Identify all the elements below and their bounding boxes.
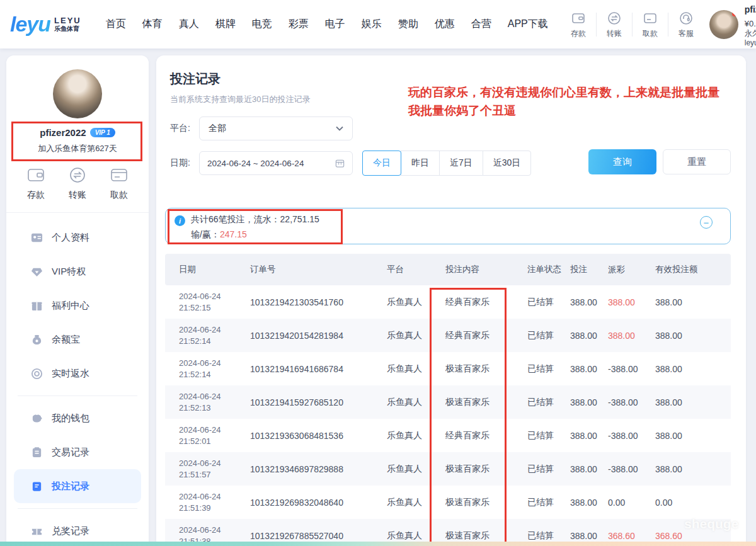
sidebar-quick-actions: 存款 转账 取款	[6, 154, 149, 213]
date-label: 日期:	[170, 157, 190, 169]
transfer-button[interactable]: 转账	[68, 167, 87, 201]
logo-en-text: LEYU	[54, 16, 81, 25]
sidebar-item-profile[interactable]: 个人资料	[6, 220, 149, 254]
nav-item-chess[interactable]: 棋牌	[207, 11, 244, 37]
money-pouch-icon	[30, 333, 43, 346]
reset-button[interactable]: 重置	[663, 149, 731, 174]
table-row: 2024-06-2421:52:13 1013219415927685120乐鱼…	[165, 385, 731, 419]
user-block: pfizer2022 VIP 1 ¥0.00 永久网址: leyu.com	[709, 1, 756, 48]
site-logo[interactable]: leyu LEYU 乐鱼体育	[10, 12, 81, 37]
bet-record-icon	[30, 480, 43, 492]
summary-winloss: 输/赢：247.15	[191, 229, 247, 241]
collapse-icon[interactable]: −	[700, 216, 713, 229]
table-row: 2024-06-2421:52:14 1013219420154281984乐鱼…	[165, 319, 731, 352]
winloss-value: 247.15	[220, 229, 247, 239]
gift-icon	[30, 299, 43, 312]
sidebar-item-yuebao[interactable]: 余额宝	[6, 322, 149, 356]
nav-item-esports[interactable]: 电竞	[244, 11, 280, 37]
vip-gem-icon	[30, 265, 43, 278]
balance: ¥0.00	[745, 19, 756, 29]
preset-30days-button[interactable]: 近30日	[483, 151, 532, 176]
nav-item-live[interactable]: 真人	[171, 11, 207, 37]
nav-item-app-download[interactable]: APP下载	[500, 11, 556, 37]
logo-cn-text: 乐鱼体育	[54, 26, 81, 32]
logo-script-text: leyu	[10, 12, 50, 37]
sidebar-item-vip[interactable]: VIP特权	[6, 254, 149, 288]
divider	[632, 13, 633, 37]
nav-item-lottery[interactable]: 彩票	[280, 11, 317, 37]
watermark: shequge	[684, 516, 738, 532]
nav-item-home[interactable]: 首页	[98, 11, 134, 37]
nav-item-partner[interactable]: 合营	[463, 11, 500, 37]
divider	[668, 13, 668, 37]
deposit-icon	[570, 10, 587, 26]
nav-item-sponsor[interactable]: 赞助	[390, 11, 427, 37]
divider	[18, 395, 137, 396]
joined-days: 加入乐鱼体育第627天	[6, 143, 149, 154]
info-icon: i	[175, 215, 185, 226]
withdraw-icon	[642, 10, 658, 26]
bottom-gradient-strip	[0, 542, 756, 546]
query-button[interactable]: 查询	[588, 149, 656, 174]
sidebar-menu: 个人资料 VIP特权 福利中心 余额宝 实时返水 我的钱包 交易记录	[6, 213, 149, 546]
bet-records-table: 日期 订单号 平台 投注内容 注单状态 投注 派彩 有效投注额 2024-06-…	[165, 254, 731, 546]
summary-totals: 共计66笔投注，流水：22,751.15	[191, 214, 319, 225]
table-body: 2024-06-2421:52:15 1013219421303541760乐鱼…	[165, 285, 731, 546]
date-range-input[interactable]: 2024-06-24 ~ 2024-06-24	[199, 151, 353, 175]
sidebar-item-wallet[interactable]: 我的钱包	[6, 401, 149, 435]
deposit-icon	[26, 167, 45, 186]
top-bar: leyu LEYU 乐鱼体育 首页 体育 真人 棋牌 电竞 彩票 电子 娱乐 赞…	[0, 0, 756, 48]
notification-dot	[732, 11, 737, 16]
bet-records-panel: 投注记录 当前系统支持查询最近30日的投注记录 平台: 全部 日期: 2024-…	[156, 55, 746, 546]
platform-select[interactable]: 全部	[199, 117, 353, 140]
username: pfizer2022	[40, 127, 86, 138]
sidebar-item-transactions[interactable]: 交易记录	[6, 435, 149, 469]
sidebar-item-welfare[interactable]: 福利中心	[6, 288, 149, 322]
avatar[interactable]	[709, 10, 738, 39]
transfer-icon	[606, 10, 622, 26]
table-row: 2024-06-2421:52:01 1013219363068481536乐鱼…	[165, 419, 731, 452]
date-preset-group: 今日 昨日 近7日 近30日	[363, 151, 531, 176]
vip-badge: VIP 1	[90, 128, 115, 137]
permanent-url: 永久网址: leyu.com	[745, 29, 756, 48]
profile-card: pfizer2022 VIP 1 加入乐鱼体育第627天	[6, 55, 149, 154]
clipboard-icon	[30, 446, 43, 458]
username[interactable]: pfizer2022	[745, 4, 756, 16]
table-row: 2024-06-2421:52:15 1013219421303541760乐鱼…	[165, 285, 731, 319]
redeem-icon	[30, 525, 43, 537]
deposit-button[interactable]: 存款	[26, 167, 45, 201]
service-button[interactable]: 客服	[672, 10, 701, 39]
main-nav: 首页 体育 真人 棋牌 电竞 彩票 电子 娱乐 赞助 优惠 合营 APP下载	[98, 11, 556, 37]
sidebar-item-bet-records[interactable]: 投注记录	[14, 469, 141, 503]
deposit-button[interactable]: 存款	[564, 10, 593, 39]
service-icon	[678, 10, 694, 26]
sidebar-item-rebate[interactable]: 实时返水	[6, 356, 149, 390]
platform-label: 平台:	[170, 123, 190, 134]
table-row: 2024-06-2421:51:39 1013219269832048640乐鱼…	[165, 486, 731, 519]
preset-today-button[interactable]: 今日	[362, 151, 401, 176]
divider	[596, 13, 597, 37]
withdraw-button[interactable]: 取款	[110, 167, 129, 201]
transfer-button[interactable]: 转账	[600, 10, 629, 39]
preset-7days-button[interactable]: 近7日	[439, 151, 483, 176]
table-header: 日期 订单号 平台 投注内容 注单状态 投注 派彩 有效投注额	[165, 254, 731, 285]
nav-item-promo[interactable]: 优惠	[427, 11, 463, 37]
transfer-icon	[68, 167, 87, 186]
avatar[interactable]	[53, 69, 102, 118]
table-row: 2024-06-2421:52:14 1013219416941686784乐鱼…	[165, 352, 731, 385]
nav-item-entertainment[interactable]: 娱乐	[353, 11, 390, 37]
withdraw-icon	[110, 167, 129, 186]
sidebar: pfizer2022 VIP 1 加入乐鱼体育第627天 存款 转账 取款 个人…	[6, 55, 149, 546]
chevron-down-icon	[336, 126, 343, 131]
annotation-graffiti-text: 玩的百家乐，有没有违规你们心里有数，上来就是批量批量 我批量你妈了个丑逼	[408, 83, 752, 120]
calendar-icon	[335, 159, 345, 168]
nav-item-sports[interactable]: 体育	[134, 11, 171, 37]
rebate-icon	[30, 367, 43, 380]
nav-item-slots[interactable]: 电子	[317, 11, 353, 37]
withdraw-button[interactable]: 取款	[636, 10, 665, 39]
summary-bar: i 共计66笔投注，流水：22,751.15 输/赢：247.15 −	[165, 208, 731, 244]
id-card-icon	[30, 231, 43, 244]
table-row: 2024-06-2421:51:57 1013219346897829888乐鱼…	[165, 452, 731, 486]
divider	[18, 508, 137, 509]
preset-yesterday-button[interactable]: 昨日	[401, 151, 440, 176]
